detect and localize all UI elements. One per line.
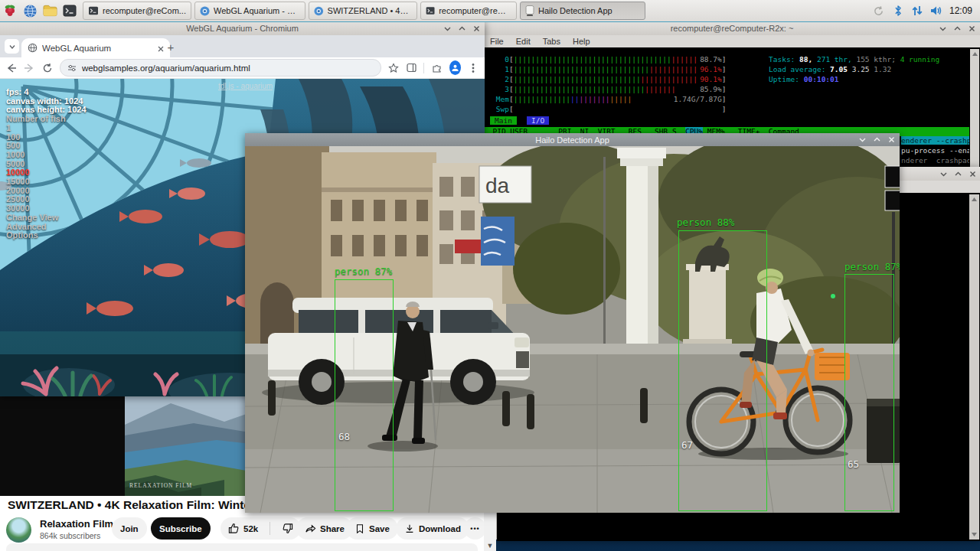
page-link[interactable]: tdl.js - aquarium [218, 82, 273, 90]
save-button[interactable]: Save [346, 517, 398, 540]
cpu-meter-0: 0[||||||||||||||||||||||||||||||||||||||… [490, 55, 726, 64]
channel-name[interactable]: Relaxation Film ✓ [40, 518, 122, 530]
mem-meter: Mem[|||||||||||||||||||||||||||1.74G/7.8… [490, 95, 726, 103]
thumb-down-icon [282, 523, 293, 534]
taskbar-window-aquarium[interactable]: WebGL Aquarium - C... [194, 2, 305, 20]
extensions-icon[interactable] [431, 61, 442, 75]
process-row-selected[interactable]: enderer --crashpad [901, 136, 969, 145]
aquarium-hud: fps: 4 canvas width: 1024 canvas height:… [6, 88, 87, 240]
htop-tab-main[interactable]: Main [490, 116, 517, 125]
minimize-icon[interactable] [859, 136, 866, 143]
tab-webgl-aquarium[interactable]: WebGL Aquarium [21, 38, 170, 57]
minimize-icon[interactable] [444, 25, 451, 32]
fish-option[interactable]: 1000 [6, 151, 87, 160]
close-icon[interactable] [969, 25, 975, 32]
chromium-icon [314, 6, 324, 16]
track-id: 65 [848, 458, 859, 470]
maximize-icon[interactable] [459, 25, 466, 32]
join-button[interactable]: Join [112, 517, 147, 540]
network-arrows-icon[interactable] [911, 5, 923, 17]
minimize-icon[interactable] [940, 171, 947, 178]
window-hailo-detection: Hailo Detection App [245, 133, 900, 513]
terminal-launcher-icon[interactable] [60, 2, 80, 20]
bluetooth-icon[interactable] [892, 5, 904, 17]
chromium-titlebar[interactable]: WebGL Aquarium - Chromium [0, 21, 485, 35]
process-row[interactable]: nderer crashpad [901, 156, 969, 165]
channel-row: Relaxation Film ✓ 864k subscribers Join … [0, 517, 484, 543]
svg-text:da: da [485, 174, 510, 197]
menu-file[interactable]: File [490, 37, 504, 46]
taskbar-window-terminal-1[interactable]: recomputer@reCom... [83, 2, 191, 20]
maximize-icon[interactable] [874, 136, 880, 143]
more-actions-button[interactable]: ••• [464, 517, 486, 540]
terminal-icon [88, 6, 99, 15]
menu-edit[interactable]: Edit [516, 37, 531, 46]
download-button[interactable]: Download [396, 517, 469, 540]
globe-favicon-icon [28, 43, 38, 53]
new-tab-button[interactable]: + [164, 41, 178, 54]
subscriber-count: 864k subscribers [40, 531, 100, 540]
forward-button[interactable] [24, 61, 34, 75]
taskbar-window-switzerland[interactable]: SWITZERLAND • 4K ... [309, 2, 417, 20]
tab-close-icon[interactable] [158, 41, 164, 55]
volume-icon[interactable] [930, 5, 942, 17]
cpu-meter-3: 3[|||||||||||||||||||||||||||||||||||||8… [490, 85, 726, 93]
browser-globe-icon[interactable] [20, 2, 40, 20]
profile-avatar[interactable] [449, 60, 461, 75]
bookmark-star-icon[interactable] [388, 61, 399, 75]
htop-window-title: recomputer@reComputer-R2x: ~ [671, 24, 794, 33]
address-bar[interactable]: webglsamples.org/aquarium/aquarium.html [60, 59, 381, 77]
share-icon [305, 523, 316, 534]
site-settings-icon[interactable] [67, 64, 77, 73]
reload-button[interactable] [42, 61, 53, 75]
browser-menu-icon[interactable] [468, 61, 479, 75]
hailo-app-icon [525, 5, 534, 16]
minimize-icon[interactable] [939, 25, 946, 32]
hailo-titlebar[interactable]: Hailo Detection App [245, 133, 900, 146]
share-button[interactable]: Share [296, 517, 353, 540]
scroll-down-icon[interactable]: ▼ [484, 540, 496, 551]
thumb-up-icon [228, 523, 240, 534]
menu-help[interactable]: Help [573, 37, 590, 46]
htop-tab-io[interactable]: I/O [527, 116, 549, 125]
bookmark-icon [354, 523, 365, 534]
terminal2-scrollbar[interactable] [969, 194, 979, 540]
htop-titlebar[interactable]: recomputer@reComputer-R2x: ~ [484, 21, 980, 35]
detection-box [844, 274, 894, 511]
maximize-icon[interactable] [954, 25, 961, 32]
close-icon[interactable] [473, 25, 480, 32]
file-manager-folder-icon[interactable] [40, 2, 60, 20]
like-count: 52k [243, 524, 258, 533]
fps-readout: fps: 4 [6, 88, 87, 97]
tab-search-button[interactable] [5, 39, 19, 54]
channel-avatar[interactable] [6, 517, 31, 543]
clock[interactable]: 12:09 [949, 5, 972, 16]
side-panel-icon[interactable] [406, 61, 416, 75]
cpu-meter-2: 2[||||||||||||||||||||||||||||||||||||||… [490, 75, 726, 83]
system-tray: 12:09 [873, 5, 980, 17]
taskbar-window-hailo[interactable]: Hailo Detection App [520, 2, 645, 20]
close-icon[interactable] [969, 171, 976, 178]
track-id: 67 [681, 439, 693, 451]
fish-option[interactable]: 1 [6, 124, 87, 133]
terminal-icon [426, 6, 435, 15]
updates-icon[interactable] [873, 5, 885, 17]
fish-option[interactable]: 15000 [6, 178, 87, 187]
uptime-line: Uptime: 00:10:01 [769, 75, 839, 83]
taskbar-window-terminal-2[interactable]: recomputer@reCom... [420, 2, 517, 20]
menu-tabs[interactable]: Tabs [543, 37, 560, 46]
taskbar: recomputer@reCom... WebGL Aquarium - C..… [0, 0, 980, 22]
options-link[interactable]: Options [6, 231, 87, 240]
maximize-icon[interactable] [955, 171, 962, 178]
description-box[interactable] [6, 543, 478, 551]
back-button[interactable] [6, 61, 17, 75]
subscribe-button[interactable]: Subscribe [151, 517, 211, 540]
close-icon[interactable] [888, 136, 895, 143]
menu-raspberry-icon[interactable] [0, 2, 20, 20]
video-watermark: RELAXATION FILM [129, 482, 192, 489]
process-row[interactable]: pu-process --enabl [901, 146, 969, 155]
like-button[interactable]: 52k [220, 517, 266, 540]
track-id: 68 [338, 431, 350, 442]
change-view-link[interactable]: Change View [6, 214, 87, 223]
swap-meter: Swp[0K/512M] [490, 105, 726, 113]
